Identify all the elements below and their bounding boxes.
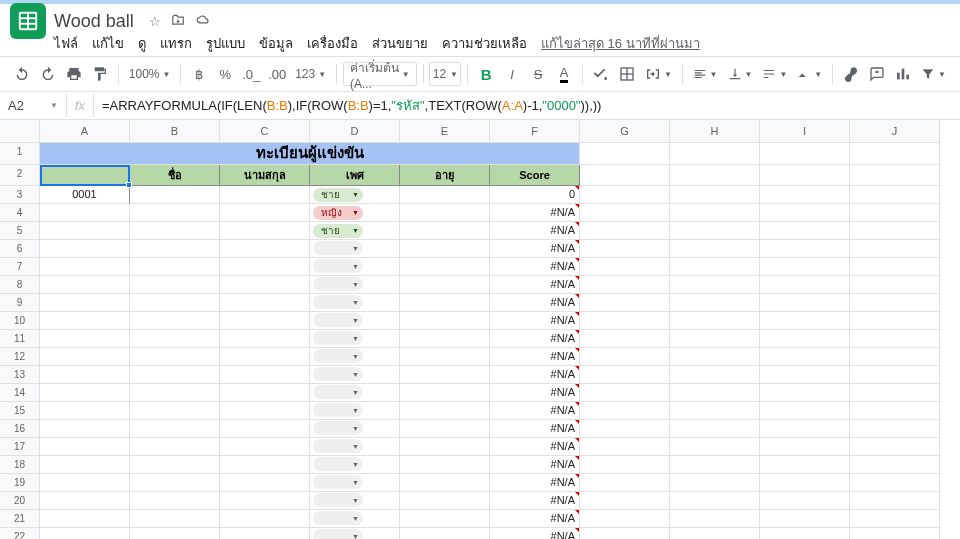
cell-H11[interactable] [670, 330, 760, 348]
cell-D20[interactable]: ▼ [310, 492, 400, 510]
gender-chip[interactable]: ▼ [313, 295, 363, 309]
cell-F9[interactable]: #N/A [490, 294, 580, 312]
cell-I22[interactable] [760, 528, 850, 539]
cell-E10[interactable] [400, 312, 490, 330]
gender-chip[interactable]: ▼ [313, 439, 363, 453]
cell-F12[interactable]: #N/A [490, 348, 580, 366]
cell-E5[interactable] [400, 222, 490, 240]
col-header-J[interactable]: J [850, 120, 940, 143]
cell-F4[interactable]: #N/A [490, 204, 580, 222]
gender-chip[interactable]: ▼ [313, 331, 363, 345]
cell-H9[interactable] [670, 294, 760, 312]
undo-button[interactable] [10, 61, 34, 87]
cell[interactable] [580, 165, 670, 186]
cell[interactable] [850, 165, 940, 186]
cell-J13[interactable] [850, 366, 940, 384]
cell-I8[interactable] [760, 276, 850, 294]
row-header-11[interactable]: 11 [0, 330, 40, 348]
cell-J15[interactable] [850, 402, 940, 420]
cell-H6[interactable] [670, 240, 760, 258]
cell-G20[interactable] [580, 492, 670, 510]
menu-ส่วนขยาย[interactable]: ส่วนขยาย [372, 33, 428, 54]
cell-I11[interactable] [760, 330, 850, 348]
cell-G17[interactable] [580, 438, 670, 456]
cell-B6[interactable] [130, 240, 220, 258]
cell-C20[interactable] [220, 492, 310, 510]
cell-C21[interactable] [220, 510, 310, 528]
cell-G6[interactable] [580, 240, 670, 258]
row-header-21[interactable]: 21 [0, 510, 40, 528]
cell-J6[interactable] [850, 240, 940, 258]
cloud-icon[interactable] [195, 13, 211, 30]
cell-I9[interactable] [760, 294, 850, 312]
cell-F13[interactable]: #N/A [490, 366, 580, 384]
cell-D6[interactable]: ▼ [310, 240, 400, 258]
cell-J20[interactable] [850, 492, 940, 510]
cell-H10[interactable] [670, 312, 760, 330]
cell-A20[interactable] [40, 492, 130, 510]
cell-F3[interactable]: 0 [490, 186, 580, 204]
row-header-22[interactable]: 22 [0, 528, 40, 539]
fill-color-button[interactable] [589, 61, 613, 87]
cell-B16[interactable] [130, 420, 220, 438]
cell-A9[interactable] [40, 294, 130, 312]
cell-H19[interactable] [670, 474, 760, 492]
row-header-6[interactable]: 6 [0, 240, 40, 258]
cell-J12[interactable] [850, 348, 940, 366]
cell-H12[interactable] [670, 348, 760, 366]
gender-chip[interactable]: ▼ [313, 241, 363, 255]
menu-แก้ไข[interactable]: แก้ไข [92, 33, 124, 54]
italic-button[interactable]: I [500, 61, 524, 87]
cell-A19[interactable] [40, 474, 130, 492]
row-header-19[interactable]: 19 [0, 474, 40, 492]
row-header-1[interactable]: 1 [0, 143, 40, 165]
valign-button[interactable]: ▼ [724, 67, 757, 81]
cell-A17[interactable] [40, 438, 130, 456]
cell-J5[interactable] [850, 222, 940, 240]
cell-A14[interactable] [40, 384, 130, 402]
gender-chip[interactable]: ▼ [313, 349, 363, 363]
cell-A22[interactable] [40, 528, 130, 539]
cell-F6[interactable]: #N/A [490, 240, 580, 258]
cell-H20[interactable] [670, 492, 760, 510]
cell-G5[interactable] [580, 222, 670, 240]
col-header-B[interactable]: B [130, 120, 220, 143]
move-icon[interactable] [171, 13, 185, 30]
cell-A10[interactable] [40, 312, 130, 330]
cell-G3[interactable] [580, 186, 670, 204]
cell-I10[interactable] [760, 312, 850, 330]
gender-chip[interactable]: ▼ [313, 493, 363, 507]
cell-E22[interactable] [400, 528, 490, 539]
cell-C18[interactable] [220, 456, 310, 474]
row-header-13[interactable]: 13 [0, 366, 40, 384]
gender-chip[interactable]: ชาย▼ [313, 188, 363, 202]
cell-F8[interactable]: #N/A [490, 276, 580, 294]
cell-F5[interactable]: #N/A [490, 222, 580, 240]
cell-B4[interactable] [130, 204, 220, 222]
cell-C4[interactable] [220, 204, 310, 222]
cell-D8[interactable]: ▼ [310, 276, 400, 294]
cell-B3[interactable] [130, 186, 220, 204]
link-button[interactable] [839, 61, 863, 87]
cell-H13[interactable] [670, 366, 760, 384]
title-cell[interactable]: ทะเบียนผู้แข่งขัน [40, 143, 580, 165]
cell-D3[interactable]: ชาย▼ [310, 186, 400, 204]
selection-handle[interactable] [126, 182, 132, 188]
cell-E16[interactable] [400, 420, 490, 438]
menu-แทรก[interactable]: แทรก [160, 33, 192, 54]
cell-G10[interactable] [580, 312, 670, 330]
print-button[interactable] [62, 61, 86, 87]
cell-I3[interactable] [760, 186, 850, 204]
cell-D16[interactable]: ▼ [310, 420, 400, 438]
cell-J9[interactable] [850, 294, 940, 312]
cell-E17[interactable] [400, 438, 490, 456]
col-header-F[interactable]: F [490, 120, 580, 143]
cell-G21[interactable] [580, 510, 670, 528]
cell-D12[interactable]: ▼ [310, 348, 400, 366]
star-icon[interactable]: ☆ [149, 14, 161, 29]
menu-ข้อมูล[interactable]: ข้อมูล [259, 33, 293, 54]
cell-C22[interactable] [220, 528, 310, 539]
cell-H21[interactable] [670, 510, 760, 528]
cell-G9[interactable] [580, 294, 670, 312]
cell-C15[interactable] [220, 402, 310, 420]
